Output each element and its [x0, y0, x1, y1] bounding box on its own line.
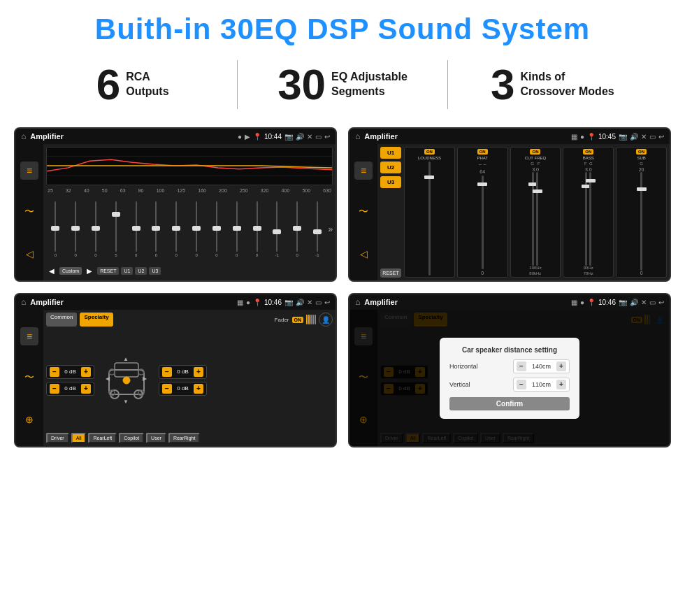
svg-text:▶: ▶ [143, 375, 147, 382]
eq-slider-6[interactable]: 0 [147, 201, 166, 257]
cross-minus-tr[interactable]: − [162, 367, 172, 377]
cross-sidebar-expand-icon[interactable]: ⊕ [20, 410, 38, 429]
dlg-horizontal-minus[interactable]: − [517, 361, 526, 371]
home-icon[interactable]: ⌂ [21, 131, 26, 141]
eq-custom-btn[interactable]: Custom [59, 267, 82, 275]
amp-bass-on[interactable]: ON [583, 149, 593, 155]
dlg-home-icon[interactable]: ⌂ [355, 297, 360, 307]
eq-chevron[interactable]: » [328, 224, 333, 234]
cross-app-title: Amplifier [30, 298, 64, 306]
cross-copilot-btn[interactable]: Copilot [119, 433, 144, 443]
eq-u2-btn[interactable]: U2 [135, 267, 147, 275]
cross-person-icon[interactable]: 👤 [319, 313, 333, 327]
cross-x-icon: ✕ [307, 299, 312, 306]
cross-plus-br[interactable]: + [194, 384, 203, 394]
eq-sidebar-eq-icon[interactable]: ≡ [20, 162, 38, 180]
cross-minus-br[interactable]: − [162, 384, 172, 394]
amp-loudness-slider[interactable] [406, 162, 453, 275]
cross-rearright-btn[interactable]: RearRight [168, 433, 201, 443]
eq-slider-11[interactable]: 0 [247, 201, 266, 257]
amp-cutfreq-slider[interactable]: 3.0 100Hz80kHz [512, 167, 559, 275]
cross-user-btn[interactable]: User [146, 433, 166, 443]
amp-screen: ⌂ Amplifier ▦ ● 📍 10:45 📷 🔊 ✕ ▭ ↩ ≡ 〜 ◁ [348, 127, 671, 282]
cross-rearleft-btn[interactable]: RearLeft [88, 433, 117, 443]
stat-crossover-number: 3 [491, 63, 514, 106]
eq-slider-10[interactable]: 0 [227, 201, 246, 257]
amp-loudness-label: LOUDNESS [418, 156, 441, 160]
eq-slider-12[interactable]: -1 [268, 201, 287, 257]
amp-u2-preset[interactable]: U2 [380, 162, 401, 173]
amp-sub-on[interactable]: ON [636, 149, 647, 155]
eq-next-btn[interactable]: ▶ [84, 266, 95, 276]
amp-sidebar-wave-icon[interactable]: 〜 [354, 203, 373, 221]
eq-slider-14[interactable]: -1 [308, 201, 327, 257]
dlg-horizontal-stepper[interactable]: − 140cm + [513, 359, 570, 373]
amp-sidebar: ≡ 〜 ◁ [349, 144, 377, 280]
cross-back-icon: ↩ [324, 299, 330, 306]
dlg-vertical-plus[interactable]: + [556, 380, 566, 389]
cross-tab-common[interactable]: Common [46, 313, 77, 327]
dlg-vertical-minus[interactable]: − [517, 380, 526, 389]
cross-sidebar-eq-icon[interactable]: ≡ [20, 327, 38, 345]
cross-all-btn[interactable]: All [71, 433, 87, 443]
eq-u3-btn[interactable]: U3 [149, 267, 161, 275]
cross-sidebar-wave-icon[interactable]: 〜 [20, 368, 38, 387]
dlg-confirm-button[interactable]: Confirm [449, 397, 570, 410]
amp-u1-preset[interactable]: U1 [380, 147, 401, 159]
eq-slider-3[interactable]: 0 [87, 201, 106, 257]
eq-slider-1[interactable]: 0 [46, 201, 65, 257]
amp-sub-slider[interactable]: 20 0 [618, 167, 665, 275]
cross-driver-btn[interactable]: Driver [46, 433, 69, 443]
cross-home-icon[interactable]: ⌂ [21, 297, 26, 307]
cross-grid-icon: ▦ [237, 299, 243, 306]
eq-slider-7[interactable]: 0 [167, 201, 186, 257]
eq-prev-btn[interactable]: ◀ [46, 266, 57, 276]
amp-grid-icon: ▦ [571, 133, 577, 141]
cross-tab-specialty[interactable]: Specialty [80, 313, 113, 327]
cross-minus-bl[interactable]: − [50, 384, 59, 394]
amp-reset-btn[interactable]: RESET [380, 268, 401, 278]
cross-cam-icon: 📷 [284, 299, 293, 306]
cross-plus-bl[interactable]: + [81, 384, 91, 394]
dlg-horizontal-value: 140cm [529, 363, 554, 370]
amp-phat-slider[interactable]: 64 0 [459, 169, 506, 275]
eq-sidebar: ≡ 〜 ◁ [15, 144, 43, 280]
eq-cam-icon: 📷 [284, 133, 293, 141]
eq-slider-4[interactable]: 5 [106, 201, 125, 257]
eq-slider-9[interactable]: 0 [208, 201, 226, 257]
eq-status-icons: ● ▶ 📍 10:44 📷 🔊 ✕ ▭ ↩ [238, 133, 330, 141]
amp-u3-preset[interactable]: U3 [380, 176, 401, 188]
dlg-vertical-stepper[interactable]: − 110cm + [513, 378, 570, 392]
cross-fader-row: Fader ON [275, 313, 316, 327]
dlg-horizontal-plus[interactable]: + [556, 361, 566, 371]
amp-sidebar-vol-icon[interactable]: ◁ [354, 245, 373, 263]
eq-slider-2[interactable]: 0 [66, 201, 85, 257]
eq-screen-body: ≡ 〜 ◁ [15, 144, 336, 280]
amp-dot-icon: ● [580, 133, 584, 141]
amp-bass-dual-slider [585, 172, 591, 266]
eq-slider-5[interactable]: 0 [127, 201, 145, 257]
eq-reset-btn[interactable]: RESET [97, 267, 119, 275]
amp-loudness-on[interactable]: ON [424, 149, 435, 155]
eq-sidebar-vol-icon[interactable]: ◁ [20, 245, 38, 263]
eq-sidebar-wave-icon[interactable]: 〜 [20, 203, 38, 221]
eq-slider-8[interactable]: 0 [187, 201, 206, 257]
cross-minus-tl[interactable]: − [50, 367, 59, 377]
cross-main-area: Common Specialty Fader ON 👤 [43, 310, 336, 446]
amp-cutfreq-group: ON CUT FREQ G F 3.0 100Hz80kHz [510, 147, 561, 278]
cross-plus-tr[interactable]: + [194, 367, 203, 377]
eq-u1-btn[interactable]: U1 [121, 267, 133, 275]
eq-slider-13[interactable]: 0 [288, 201, 307, 257]
amp-phat-on[interactable]: ON [477, 149, 488, 155]
cross-vol-icon: 🔊 [296, 299, 304, 306]
dlg-x-icon: ✕ [641, 299, 647, 306]
amp-home-icon[interactable]: ⌂ [355, 131, 360, 141]
cross-fader-label: Fader [275, 317, 289, 323]
amp-bass-slider[interactable]: 3.0 90Hz70Hz [565, 167, 612, 275]
cross-screen-body: ≡ 〜 ⊕ Common Specialty Fader ON [15, 310, 336, 446]
cross-fader-on[interactable]: ON [292, 317, 304, 323]
dlg-grid-icon: ▦ [571, 299, 577, 306]
cross-plus-tl[interactable]: + [81, 367, 91, 377]
amp-sidebar-eq-icon[interactable]: ≡ [354, 162, 373, 180]
amp-cutfreq-on[interactable]: ON [530, 149, 540, 155]
